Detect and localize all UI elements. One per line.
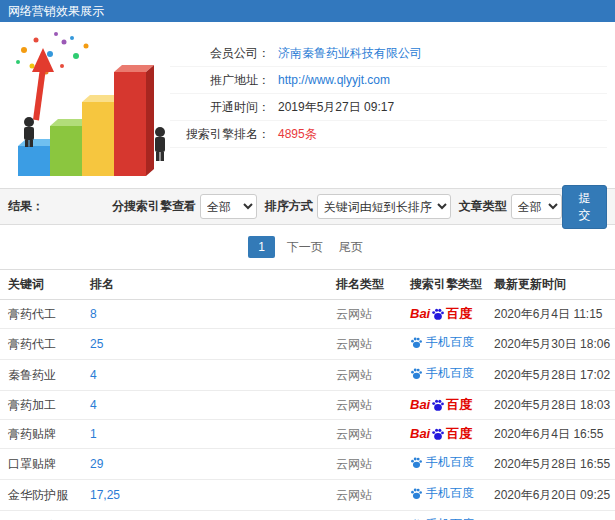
update-time-cell: 2020年5月30日 18:06 (486, 329, 615, 360)
mobile-baidu-badge[interactable]: 手机百度 (410, 455, 474, 470)
col-header-rank-type: 排名类型 (328, 270, 402, 300)
rank-cell: 17,25 (82, 480, 328, 511)
baidu-logo[interactable]: Bai 百度 (410, 306, 472, 321)
engine-filter-select[interactable]: 全部 (200, 194, 257, 219)
keyword-cell: 膏药代工 (0, 300, 82, 329)
mobile-baidu-label: 手机百度 (426, 486, 474, 501)
info-row-url: 推广地址： http://www.qlyyjt.com (170, 67, 607, 94)
rank-type-cell: 云网站 (328, 449, 402, 480)
article-type-label: 文章类型 (459, 198, 507, 215)
mobile-baidu-badge[interactable]: 手机百度 (410, 335, 474, 350)
engine-cell: Bai 百度 手机百度 (402, 420, 486, 449)
keyword-cell: 金华防护服 (0, 480, 82, 511)
baidu-paw-icon (431, 427, 445, 441)
table-row: 膏药加工 4 云网站 Bai 百度 手机百度 2 (0, 391, 615, 420)
col-header-engine-type: 搜索引擎类型 (402, 270, 486, 300)
rank-cell: 29 (82, 449, 328, 480)
update-time-cell: 2020年6月4日 11:15 (486, 300, 615, 329)
col-header-rank: 排名 (82, 270, 328, 300)
sort-filter-label: 排序方式 (265, 198, 313, 215)
bar-chart-image (2, 28, 170, 186)
engine-cell: Bai 百度 手机百度 (402, 480, 486, 511)
mobile-baidu-label: 手机百度 (426, 366, 474, 381)
results-section-label: 结果： (8, 198, 104, 215)
title-bar: 网络营销效果展示 (0, 0, 615, 22)
keyword-cell: 膏药代工 (0, 329, 82, 360)
rank-type-cell: 云网站 (328, 511, 402, 520)
rank-type-cell: 云网站 (328, 329, 402, 360)
mobile-baidu-label: 手机百度 (426, 455, 474, 470)
article-type-select[interactable]: 全部 (511, 194, 562, 219)
page-title: 网络营销效果展示 (8, 4, 104, 18)
mobile-baidu-paw-icon (410, 336, 423, 349)
rank-cell: 1 (82, 420, 328, 449)
next-page-link[interactable]: 下一页 (283, 235, 327, 260)
info-row-open-time: 开通时间： 2019年5月27日 09:17 (170, 94, 607, 121)
engine-cell: Bai 百度 手机百度 (402, 391, 486, 420)
update-time-cell: 2020年5月28日 17:02 (486, 360, 615, 391)
mobile-baidu-paw-icon (410, 487, 423, 500)
mobile-baidu-label: 手机百度 (426, 335, 474, 350)
rank-cell: 4 (82, 360, 328, 391)
keyword-cell: 膏药加工 (0, 391, 82, 420)
baidu-logo-text: Bai (410, 397, 430, 412)
rank-type-cell: 云网站 (328, 391, 402, 420)
engine-cell: Bai 百度 手机百度 (402, 329, 486, 360)
keyword-cell: 膏药贴牌 (0, 420, 82, 449)
rank-link[interactable]: 17,25 (90, 488, 120, 502)
engine-cell: Bai 百度 手机百度 (402, 360, 486, 391)
rank-cell: 4 (82, 391, 328, 420)
promotion-url-label: 推广地址： (170, 72, 270, 89)
table-row: 秦鲁药业 4 云网站 Bai 百度 手机百度 2 (0, 360, 615, 391)
company-name-link[interactable]: 济南秦鲁药业科技有限公司 (278, 45, 422, 62)
engine-filter-label: 分搜索引擎查看 (112, 198, 196, 215)
col-header-keyword: 关键词 (0, 270, 82, 300)
baidu-paw-icon (431, 398, 445, 412)
baidu-paw-icon (431, 307, 445, 321)
baidu-logo-cn: 百度 (446, 306, 472, 321)
update-time-cell: 2020年6月20日 09:25 (486, 480, 615, 511)
update-time-cell: 2020年5月28日 16:55 (486, 449, 615, 480)
rank-link[interactable]: 1 (90, 427, 97, 441)
engine-cell: Bai 百度 手机百度 (402, 449, 486, 480)
info-row-company: 会员公司： 济南秦鲁药业科技有限公司 (170, 40, 607, 67)
rank-type-cell: 云网站 (328, 480, 402, 511)
submit-button[interactable]: 提交 (562, 185, 607, 229)
update-time-cell: 2020年6月4日 16:55 (486, 420, 615, 449)
baidu-logo-cn: 百度 (446, 397, 472, 412)
sort-filter-select[interactable]: 关键词由短到长排序 (317, 194, 451, 219)
company-info-fields: 会员公司： 济南秦鲁药业科技有限公司 推广地址： http://www.qlyy… (170, 28, 607, 188)
col-header-update-time: 最新更新时间 (486, 270, 615, 300)
rank-link[interactable]: 4 (90, 398, 97, 412)
update-time-cell: 2020年6月4日 11:10 (486, 511, 615, 520)
rank-cell: 10 (82, 511, 328, 520)
pagination: 1 下一页 尾页 (0, 225, 615, 269)
baidu-logo-text: Bai (410, 426, 430, 441)
keyword-cell: 秦鲁药业 (0, 360, 82, 391)
open-time-value: 2019年5月27日 09:17 (278, 99, 394, 116)
rank-cell: 25 (82, 329, 328, 360)
table-body: 膏药代工 8 云网站 Bai 百度 手机百度 2 (0, 300, 615, 520)
rank-link[interactable]: 4 (90, 368, 97, 382)
results-table: 关键词 排名 排名类型 搜索引擎类型 最新更新时间 膏药代工 8 云网站 Bai… (0, 269, 615, 520)
table-header-row: 关键词 排名 排名类型 搜索引擎类型 最新更新时间 (0, 270, 615, 300)
mobile-baidu-badge[interactable]: 手机百度 (410, 366, 474, 381)
baidu-logo[interactable]: Bai 百度 (410, 426, 472, 441)
rank-link[interactable]: 25 (90, 337, 103, 351)
update-time-cell: 2020年5月28日 18:03 (486, 391, 615, 420)
rank-type-cell: 云网站 (328, 300, 402, 329)
table-row: 金华防护服 17,25 云网站 Bai 百度 手机百度 (0, 480, 615, 511)
rank-count-label: 搜索引擎排名： (170, 126, 270, 143)
page-number-current[interactable]: 1 (248, 236, 275, 258)
table-row: 膏药贴牌 1 云网站 Bai 百度 手机百度 2 (0, 420, 615, 449)
company-info-panel: 会员公司： 济南秦鲁药业科技有限公司 推广地址： http://www.qlyy… (0, 22, 615, 188)
rank-link[interactable]: 8 (90, 307, 97, 321)
table-row: 膏药代工 8 云网站 Bai 百度 手机百度 2 (0, 300, 615, 329)
filter-bar: 结果： 分搜索引擎查看 全部 排序方式 关键词由短到长排序 文章类型 全部 提交 (0, 188, 615, 225)
promotion-url-link[interactable]: http://www.qlyyjt.com (278, 73, 390, 87)
growth-chart-clipart (2, 28, 170, 188)
rank-link[interactable]: 29 (90, 457, 103, 471)
last-page-link[interactable]: 尾页 (335, 235, 367, 260)
mobile-baidu-badge[interactable]: 手机百度 (410, 486, 474, 501)
baidu-logo[interactable]: Bai 百度 (410, 397, 472, 412)
